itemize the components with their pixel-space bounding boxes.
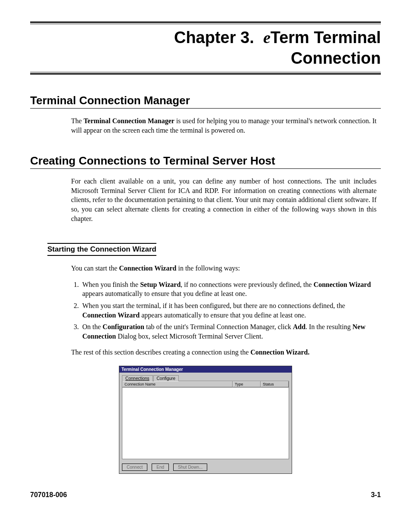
list-item: When you finish the Setup Wizard, if no … (81, 280, 377, 299)
rule (30, 108, 381, 109)
rule (30, 24, 381, 24)
column-type[interactable]: Type (233, 381, 261, 387)
column-status[interactable]: Status (261, 381, 289, 387)
section-heading: Terminal Connection Manager (30, 94, 381, 107)
section-heading: Creating Connections to Terminal Server … (30, 154, 381, 168)
paragraph: You can start the Connection Wizard in t… (71, 264, 377, 273)
paragraph: The Terminal Connection Manager is used … (71, 116, 377, 135)
paragraph: The rest of this section describes creat… (71, 348, 377, 357)
connection-list[interactable]: Connection Name Type Status (122, 381, 289, 459)
paragraph: For each client available on a unit, you… (71, 177, 377, 223)
end-button[interactable]: End (152, 464, 169, 471)
list-item: When you start the terminal, if it has b… (81, 301, 377, 320)
subsection-heading: Starting the Connection Wizard (47, 243, 156, 256)
list-item: On the Configuration tab of the unit's T… (81, 322, 377, 341)
connect-button[interactable]: Connect (122, 464, 147, 471)
page-footer: 707018-006 3-1 (30, 491, 381, 499)
rule (30, 22, 381, 23)
window-titlebar: Terminal Connection Manager (119, 366, 292, 373)
shutdown-button[interactable]: Shut Down... (173, 464, 207, 471)
rule (30, 72, 381, 72)
rule (30, 73, 381, 75)
tab-connections[interactable]: Connections (122, 375, 153, 381)
terminal-connection-manager-screenshot: Terminal Connection Manager Connections … (119, 366, 292, 474)
doc-number: 707018-006 (30, 491, 67, 499)
ordered-list: When you finish the Setup Wizard, if no … (71, 280, 377, 341)
page-number: 3-1 (371, 491, 381, 499)
rule (30, 168, 381, 169)
chapter-title: Chapter 3. eTerm Terminal Connection (30, 28, 381, 68)
column-connection-name[interactable]: Connection Name (122, 381, 233, 387)
tab-configure[interactable]: Configure (153, 375, 179, 381)
